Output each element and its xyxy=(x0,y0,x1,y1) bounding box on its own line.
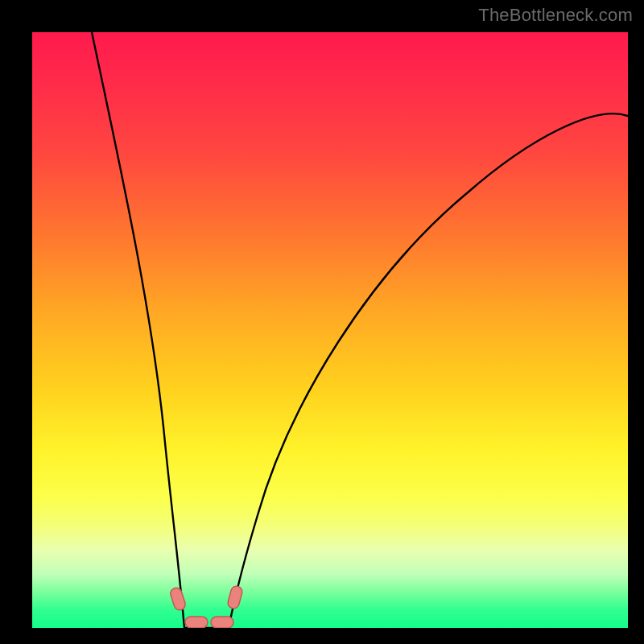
chart-plot-area xyxy=(32,32,628,628)
curve-right-branch xyxy=(229,114,628,628)
curve-left-branch xyxy=(92,32,184,628)
chart-frame: TheBottleneck.com xyxy=(0,0,644,644)
chart-svg xyxy=(32,32,628,628)
marker-left-upper xyxy=(169,587,187,612)
watermark-text: TheBottleneck.com xyxy=(478,5,633,26)
marker-left-lower xyxy=(185,617,208,628)
marker-right-lower xyxy=(211,617,233,628)
marker-right-upper xyxy=(227,585,244,610)
